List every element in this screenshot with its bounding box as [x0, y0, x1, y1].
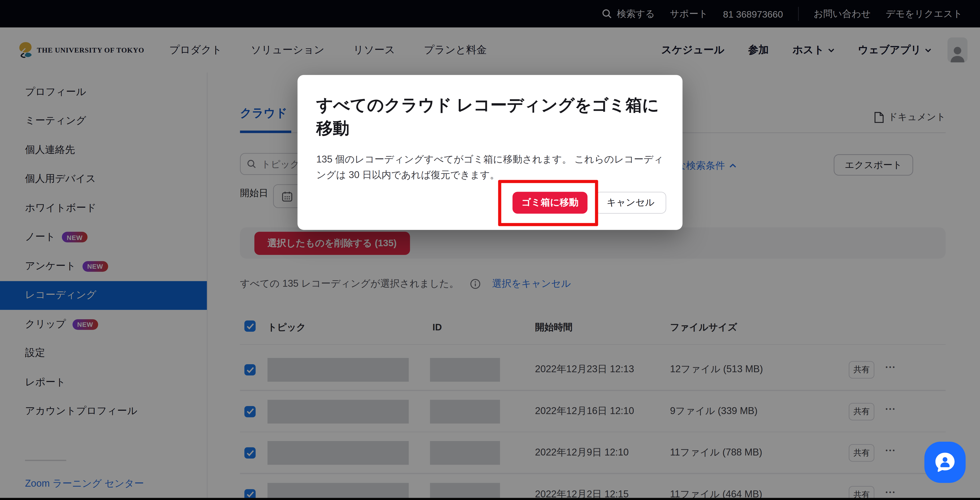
chat-bubble-person-icon: [933, 450, 957, 474]
move-to-trash-button[interactable]: ゴミ箱に移動: [512, 192, 587, 213]
move-to-trash-dialog: すべてのクラウド レコーディングをゴミ箱に移動 135 個のレコーディングすべて…: [298, 75, 682, 230]
dialog-title: すべてのクラウド レコーディングをゴミ箱に移動: [316, 94, 669, 140]
bottom-edge-strip: [0, 498, 980, 500]
page: 検索する サポート 81 368973660 お問い合わせ デモをリクエスト T…: [0, 0, 980, 500]
live-chat-button[interactable]: [924, 442, 966, 483]
dialog-body-text: 135 個のレコーディングすべてがゴミ箱に移動されます。 これらのレコーディング…: [316, 152, 666, 183]
cancel-button[interactable]: キャンセル: [595, 192, 666, 213]
